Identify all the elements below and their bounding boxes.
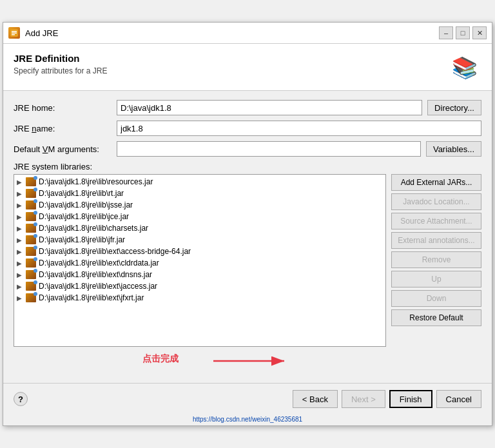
jar-icon — [26, 235, 36, 244]
expand-arrow: ▶ — [17, 295, 24, 302]
annotation-arrow — [213, 353, 291, 369]
library-path: D:\java\jdk1.8\jre\lib\ext\jaccess.jar — [39, 282, 157, 291]
jre-name-label: JRE name: — [14, 124, 117, 133]
minimize-button[interactable]: – — [439, 26, 453, 39]
bottom-right: < Back Next > Finish Cancel — [293, 390, 481, 408]
annotation-area: 点击完成 — [14, 349, 481, 374]
back-button[interactable]: < Back — [293, 390, 338, 408]
window-icon — [8, 27, 20, 39]
close-button[interactable]: ✕ — [472, 26, 487, 39]
libraries-section: ▶ D:\java\jdk1.8\jre\lib\resources.jar ▶… — [14, 174, 481, 347]
restore-default-button[interactable]: Restore Default — [391, 309, 481, 326]
jre-name-input[interactable] — [117, 121, 481, 136]
svg-rect-2 — [12, 33, 17, 34]
list-item[interactable]: ▶ D:\java\jdk1.8\jre\lib\jce.jar — [14, 211, 385, 222]
bottom-left: ? — [14, 392, 28, 406]
list-item[interactable]: ▶ D:\java\jdk1.8\jre\lib\ext\jfxrt.jar — [14, 292, 385, 304]
header-subtitle: Specify attributes for a JRE — [14, 66, 107, 75]
jar-icon — [26, 177, 36, 186]
jar-icon — [26, 282, 36, 291]
libraries-label: JRE system libraries: — [14, 162, 481, 171]
expand-arrow: ▶ — [17, 260, 24, 267]
expand-arrow: ▶ — [17, 225, 24, 232]
vm-args-row: Default VM arguments: Variables... — [14, 141, 481, 157]
list-item[interactable]: ▶ D:\java\jdk1.8\jre\lib\ext\dnsns.jar — [14, 269, 385, 280]
library-path: D:\java\jdk1.8\jre\lib\rt.jar — [39, 189, 124, 198]
libraries-list-container[interactable]: ▶ D:\java\jdk1.8\jre\lib\resources.jar ▶… — [14, 174, 386, 347]
library-path: D:\java\jdk1.8\jre\lib\jsse.jar — [39, 200, 133, 209]
header-text: JRE Definition Specify attributes for a … — [14, 53, 107, 75]
finish-button[interactable]: Finish — [389, 390, 432, 408]
jre-home-row: JRE home: Directory... — [14, 100, 481, 115]
expand-arrow: ▶ — [17, 202, 24, 209]
directory-button[interactable]: Directory... — [427, 100, 481, 115]
vm-args-label: Default VM arguments: — [14, 144, 117, 154]
titlebar: Add JRE – □ ✕ — [3, 23, 492, 44]
jar-icon — [26, 189, 36, 198]
bottom-bar: ? < Back Next > Finish Cancel — [3, 383, 492, 414]
window-controls: – □ ✕ — [439, 26, 487, 39]
vm-args-input[interactable] — [117, 141, 421, 157]
jar-icon — [26, 212, 36, 221]
jar-icon — [26, 270, 36, 279]
list-item[interactable]: ▶ D:\java\jdk1.8\jre\lib\jfr.jar — [14, 234, 385, 246]
header-section: JRE Definition Specify attributes for a … — [3, 44, 492, 91]
watermark: https://blog.csdn.net/weixin_46235681 — [3, 414, 492, 425]
expand-arrow: ▶ — [17, 190, 24, 197]
expand-arrow: ▶ — [17, 271, 24, 278]
list-item[interactable]: ▶ D:\java\jdk1.8\jre\lib\ext\access-brid… — [14, 246, 385, 257]
annotation-text: 点击完成 — [142, 353, 179, 365]
expand-arrow: ▶ — [17, 283, 24, 290]
library-path: D:\java\jdk1.8\jre\lib\resources.jar — [39, 177, 153, 186]
jre-home-label: JRE home: — [14, 103, 117, 113]
remove-button[interactable]: Remove — [391, 251, 481, 268]
jar-icon — [26, 258, 36, 268]
svg-rect-3 — [12, 34, 15, 35]
list-item[interactable]: ▶ D:\java\jdk1.8\jre\lib\ext\jaccess.jar — [14, 280, 385, 292]
list-item[interactable]: ▶ D:\java\jdk1.8\jre\lib\jsse.jar — [14, 199, 385, 211]
jre-home-input[interactable] — [117, 100, 422, 115]
list-item[interactable]: ▶ D:\java\jdk1.8\jre\lib\rt.jar — [14, 188, 385, 199]
library-path: D:\java\jdk1.8\jre\lib\ext\access-bridge… — [39, 247, 191, 256]
list-item[interactable]: ▶ D:\java\jdk1.8\jre\lib\resources.jar — [14, 176, 385, 188]
library-path: D:\java\jdk1.8\jre\lib\ext\jfxrt.jar — [39, 293, 144, 302]
maximize-button[interactable]: □ — [456, 26, 470, 39]
content-area: JRE home: Directory... JRE name: Default… — [3, 91, 492, 383]
expand-arrow: ▶ — [17, 237, 24, 244]
javadoc-location-button[interactable]: Javadoc Location... — [391, 193, 481, 210]
list-item[interactable]: ▶ D:\java\jdk1.8\jre\lib\ext\cldrdata.ja… — [14, 257, 385, 269]
expand-arrow: ▶ — [17, 179, 24, 186]
source-attachment-button[interactable]: Source Attachment... — [391, 213, 481, 229]
expand-arrow: ▶ — [17, 248, 24, 255]
jar-icon — [26, 200, 36, 209]
library-path: D:\java\jdk1.8\jre\lib\ext\cldrdata.jar — [39, 258, 159, 268]
jar-icon — [26, 224, 36, 233]
add-external-jars-button[interactable]: Add External JARs... — [391, 174, 481, 191]
library-path: D:\java\jdk1.8\jre\lib\charsets.jar — [39, 224, 148, 233]
cancel-button[interactable]: Cancel — [436, 390, 481, 408]
library-path: D:\java\jdk1.8\jre\lib\jce.jar — [39, 212, 129, 221]
window-title: Add JRE — [25, 28, 434, 38]
svg-rect-1 — [12, 31, 17, 32]
jar-icon — [26, 293, 36, 302]
header-title: JRE Definition — [14, 53, 107, 64]
library-path: D:\java\jdk1.8\jre\lib\jfr.jar — [39, 235, 125, 244]
list-item[interactable]: ▶ D:\java\jdk1.8\jre\lib\charsets.jar — [14, 222, 385, 234]
external-annotations-button[interactable]: External annotations... — [391, 232, 481, 249]
jar-icon — [26, 247, 36, 256]
variables-button[interactable]: Variables... — [426, 141, 481, 157]
jre-name-row: JRE name: — [14, 121, 481, 136]
libraries-list: ▶ D:\java\jdk1.8\jre\lib\resources.jar ▶… — [14, 175, 385, 305]
main-window: Add JRE – □ ✕ JRE Definition Specify att… — [3, 22, 492, 426]
up-button[interactable]: Up — [391, 271, 481, 287]
header-icon: 📚 — [448, 53, 481, 83]
help-button[interactable]: ? — [14, 392, 28, 406]
down-button[interactable]: Down — [391, 290, 481, 307]
libraries-buttons: Add External JARs... Javadoc Location...… — [391, 174, 481, 347]
expand-arrow: ▶ — [17, 213, 24, 220]
library-path: D:\java\jdk1.8\jre\lib\ext\dnsns.jar — [39, 270, 152, 279]
next-button[interactable]: Next > — [342, 390, 385, 408]
